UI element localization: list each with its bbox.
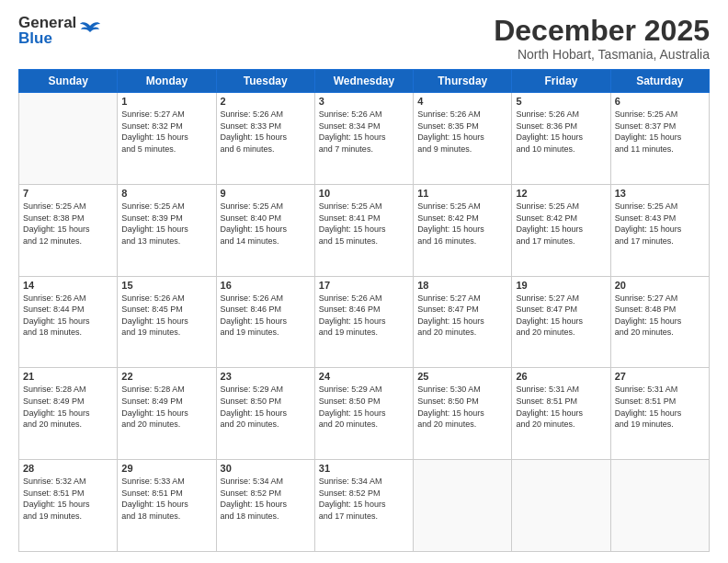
calendar-cell: 10Sunrise: 5:25 AMSunset: 8:41 PMDayligh… xyxy=(314,184,413,276)
day-number: 17 xyxy=(319,280,409,291)
logo-bird-icon xyxy=(78,18,102,42)
day-info: Sunrise: 5:34 AMSunset: 8:52 PMDaylight:… xyxy=(319,476,409,522)
day-number: 12 xyxy=(516,188,606,199)
calendar-cell: 3Sunrise: 5:26 AMSunset: 8:34 PMDaylight… xyxy=(314,93,413,185)
day-number: 13 xyxy=(615,188,705,199)
day-info: Sunrise: 5:26 AMSunset: 8:46 PMDaylight:… xyxy=(319,293,409,339)
day-info: Sunrise: 5:31 AMSunset: 8:51 PMDaylight:… xyxy=(516,384,606,430)
month-title: December 2025 xyxy=(494,15,710,47)
day-info: Sunrise: 5:28 AMSunset: 8:49 PMDaylight:… xyxy=(121,384,211,430)
day-info: Sunrise: 5:25 AMSunset: 8:39 PMDaylight:… xyxy=(121,201,211,247)
day-info: Sunrise: 5:26 AMSunset: 8:36 PMDaylight:… xyxy=(516,109,606,155)
calendar-cell: 24Sunrise: 5:29 AMSunset: 8:50 PMDayligh… xyxy=(314,368,413,460)
day-number: 29 xyxy=(121,463,211,474)
day-info: Sunrise: 5:26 AMSunset: 8:35 PMDaylight:… xyxy=(417,109,507,155)
calendar-cell: 5Sunrise: 5:26 AMSunset: 8:36 PMDaylight… xyxy=(512,93,610,185)
day-info: Sunrise: 5:26 AMSunset: 8:45 PMDaylight:… xyxy=(121,293,211,339)
calendar-cell: 18Sunrise: 5:27 AMSunset: 8:47 PMDayligh… xyxy=(414,276,512,368)
day-number: 19 xyxy=(516,280,606,291)
day-number: 4 xyxy=(417,96,507,107)
calendar-cell: 30Sunrise: 5:34 AMSunset: 8:52 PMDayligh… xyxy=(216,460,314,552)
calendar-cell: 2Sunrise: 5:26 AMSunset: 8:33 PMDaylight… xyxy=(216,93,314,185)
calendar-cell: 26Sunrise: 5:31 AMSunset: 8:51 PMDayligh… xyxy=(512,368,610,460)
day-number: 1 xyxy=(121,96,211,107)
day-number: 11 xyxy=(417,188,507,199)
calendar-cell: 14Sunrise: 5:26 AMSunset: 8:44 PMDayligh… xyxy=(19,276,118,368)
day-info: Sunrise: 5:26 AMSunset: 8:34 PMDaylight:… xyxy=(319,109,409,155)
logo-blue: Blue xyxy=(18,30,76,46)
day-info: Sunrise: 5:26 AMSunset: 8:33 PMDaylight:… xyxy=(221,109,311,155)
day-number: 26 xyxy=(516,371,606,382)
calendar-page: General Blue December 2025 North Hobart,… xyxy=(0,0,728,563)
day-number: 25 xyxy=(417,371,507,382)
calendar-cell xyxy=(512,460,610,552)
calendar-cell: 7Sunrise: 5:25 AMSunset: 8:38 PMDaylight… xyxy=(19,184,118,276)
day-header-tuesday: Tuesday xyxy=(216,70,314,93)
day-number: 14 xyxy=(23,280,113,291)
calendar-cell: 11Sunrise: 5:25 AMSunset: 8:42 PMDayligh… xyxy=(414,184,512,276)
day-number: 18 xyxy=(417,280,507,291)
calendar-cell xyxy=(610,460,709,552)
calendar-cell xyxy=(19,93,118,185)
day-info: Sunrise: 5:25 AMSunset: 8:40 PMDaylight:… xyxy=(221,201,311,247)
calendar-cell: 23Sunrise: 5:29 AMSunset: 8:50 PMDayligh… xyxy=(216,368,314,460)
header: General Blue December 2025 North Hobart,… xyxy=(18,15,710,62)
day-number: 9 xyxy=(221,188,311,199)
calendar-cell: 9Sunrise: 5:25 AMSunset: 8:40 PMDaylight… xyxy=(216,184,314,276)
calendar-cell: 13Sunrise: 5:25 AMSunset: 8:43 PMDayligh… xyxy=(610,184,709,276)
day-number: 6 xyxy=(615,96,705,107)
calendar-cell: 1Sunrise: 5:27 AMSunset: 8:32 PMDaylight… xyxy=(118,93,216,185)
day-info: Sunrise: 5:25 AMSunset: 8:37 PMDaylight:… xyxy=(615,109,705,155)
day-number: 15 xyxy=(121,280,211,291)
calendar-cell: 16Sunrise: 5:26 AMSunset: 8:46 PMDayligh… xyxy=(216,276,314,368)
day-number: 31 xyxy=(319,463,409,474)
calendar-cell: 19Sunrise: 5:27 AMSunset: 8:47 PMDayligh… xyxy=(512,276,610,368)
day-info: Sunrise: 5:25 AMSunset: 8:43 PMDaylight:… xyxy=(615,201,705,247)
day-number: 20 xyxy=(615,280,705,291)
calendar-cell: 31Sunrise: 5:34 AMSunset: 8:52 PMDayligh… xyxy=(314,460,413,552)
calendar-cell: 4Sunrise: 5:26 AMSunset: 8:35 PMDaylight… xyxy=(414,93,512,185)
calendar-cell: 8Sunrise: 5:25 AMSunset: 8:39 PMDaylight… xyxy=(118,184,216,276)
day-number: 2 xyxy=(221,96,311,107)
day-header-monday: Monday xyxy=(118,70,216,93)
day-info: Sunrise: 5:30 AMSunset: 8:50 PMDaylight:… xyxy=(417,384,507,430)
day-header-sunday: Sunday xyxy=(19,70,118,93)
day-number: 30 xyxy=(221,463,311,474)
calendar-cell: 27Sunrise: 5:31 AMSunset: 8:51 PMDayligh… xyxy=(610,368,709,460)
day-header-thursday: Thursday xyxy=(414,70,512,93)
calendar-cell: 6Sunrise: 5:25 AMSunset: 8:37 PMDaylight… xyxy=(610,93,709,185)
day-info: Sunrise: 5:34 AMSunset: 8:52 PMDaylight:… xyxy=(221,476,311,522)
day-info: Sunrise: 5:32 AMSunset: 8:51 PMDaylight:… xyxy=(23,476,113,522)
day-info: Sunrise: 5:25 AMSunset: 8:41 PMDaylight:… xyxy=(319,201,409,247)
subtitle: North Hobart, Tasmania, Australia xyxy=(494,47,710,62)
calendar-cell: 25Sunrise: 5:30 AMSunset: 8:50 PMDayligh… xyxy=(414,368,512,460)
day-number: 16 xyxy=(221,280,311,291)
calendar-cell: 22Sunrise: 5:28 AMSunset: 8:49 PMDayligh… xyxy=(118,368,216,460)
day-info: Sunrise: 5:27 AMSunset: 8:48 PMDaylight:… xyxy=(615,293,705,339)
calendar-cell: 29Sunrise: 5:33 AMSunset: 8:51 PMDayligh… xyxy=(118,460,216,552)
calendar-cell: 28Sunrise: 5:32 AMSunset: 8:51 PMDayligh… xyxy=(19,460,118,552)
day-number: 22 xyxy=(121,371,211,382)
day-info: Sunrise: 5:27 AMSunset: 8:47 PMDaylight:… xyxy=(516,293,606,339)
day-info: Sunrise: 5:26 AMSunset: 8:46 PMDaylight:… xyxy=(221,293,311,339)
calendar-cell: 20Sunrise: 5:27 AMSunset: 8:48 PMDayligh… xyxy=(610,276,709,368)
calendar-cell: 17Sunrise: 5:26 AMSunset: 8:46 PMDayligh… xyxy=(314,276,413,368)
day-header-saturday: Saturday xyxy=(610,70,709,93)
calendar-cell xyxy=(414,460,512,552)
day-number: 28 xyxy=(23,463,113,474)
day-info: Sunrise: 5:26 AMSunset: 8:44 PMDaylight:… xyxy=(23,293,113,339)
logo: General Blue xyxy=(18,15,102,46)
day-number: 27 xyxy=(615,371,705,382)
day-info: Sunrise: 5:33 AMSunset: 8:51 PMDaylight:… xyxy=(121,476,211,522)
day-number: 21 xyxy=(23,371,113,382)
day-info: Sunrise: 5:25 AMSunset: 8:42 PMDaylight:… xyxy=(417,201,507,247)
day-number: 10 xyxy=(319,188,409,199)
day-number: 3 xyxy=(319,96,409,107)
day-info: Sunrise: 5:28 AMSunset: 8:49 PMDaylight:… xyxy=(23,384,113,430)
calendar-cell: 21Sunrise: 5:28 AMSunset: 8:49 PMDayligh… xyxy=(19,368,118,460)
day-number: 24 xyxy=(319,371,409,382)
day-header-wednesday: Wednesday xyxy=(314,70,413,93)
day-number: 7 xyxy=(23,188,113,199)
day-info: Sunrise: 5:27 AMSunset: 8:32 PMDaylight:… xyxy=(121,109,211,155)
day-info: Sunrise: 5:27 AMSunset: 8:47 PMDaylight:… xyxy=(417,293,507,339)
